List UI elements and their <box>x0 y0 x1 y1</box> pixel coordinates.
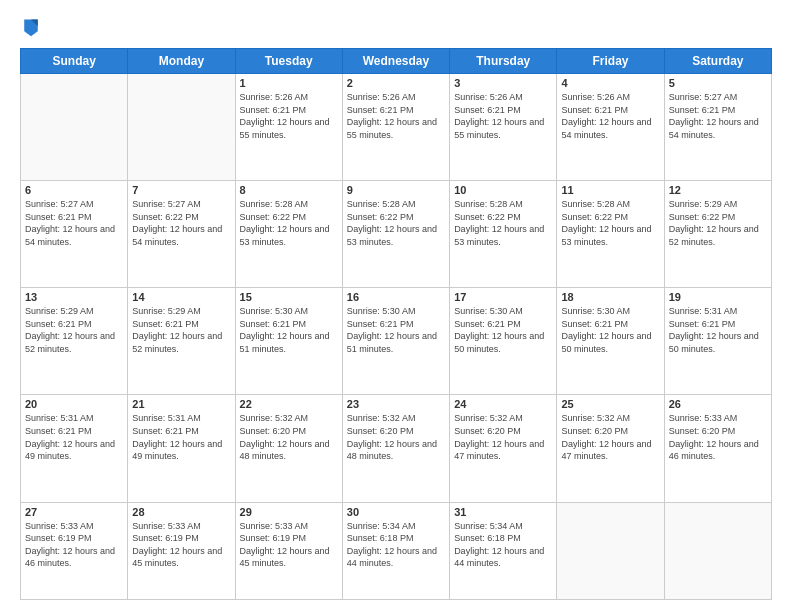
calendar-cell: 4Sunrise: 5:26 AM Sunset: 6:21 PM Daylig… <box>557 74 664 181</box>
day-info: Sunrise: 5:26 AM Sunset: 6:21 PM Dayligh… <box>454 91 552 141</box>
calendar-week-row: 13Sunrise: 5:29 AM Sunset: 6:21 PM Dayli… <box>21 288 772 395</box>
day-info: Sunrise: 5:33 AM Sunset: 6:19 PM Dayligh… <box>25 520 123 570</box>
day-number: 31 <box>454 506 552 518</box>
day-number: 4 <box>561 77 659 89</box>
calendar-cell: 7Sunrise: 5:27 AM Sunset: 6:22 PM Daylig… <box>128 181 235 288</box>
day-info: Sunrise: 5:32 AM Sunset: 6:20 PM Dayligh… <box>347 412 445 462</box>
calendar-cell: 30Sunrise: 5:34 AM Sunset: 6:18 PM Dayli… <box>342 502 449 599</box>
day-number: 21 <box>132 398 230 410</box>
calendar-cell: 6Sunrise: 5:27 AM Sunset: 6:21 PM Daylig… <box>21 181 128 288</box>
day-info: Sunrise: 5:28 AM Sunset: 6:22 PM Dayligh… <box>240 198 338 248</box>
day-info: Sunrise: 5:30 AM Sunset: 6:21 PM Dayligh… <box>561 305 659 355</box>
day-info: Sunrise: 5:32 AM Sunset: 6:20 PM Dayligh… <box>240 412 338 462</box>
day-info: Sunrise: 5:26 AM Sunset: 6:21 PM Dayligh… <box>240 91 338 141</box>
day-number: 14 <box>132 291 230 303</box>
day-info: Sunrise: 5:30 AM Sunset: 6:21 PM Dayligh… <box>240 305 338 355</box>
day-number: 19 <box>669 291 767 303</box>
day-number: 22 <box>240 398 338 410</box>
calendar-cell: 26Sunrise: 5:33 AM Sunset: 6:20 PM Dayli… <box>664 395 771 502</box>
calendar-cell <box>21 74 128 181</box>
day-number: 15 <box>240 291 338 303</box>
weekday-header-monday: Monday <box>128 49 235 74</box>
calendar-cell: 10Sunrise: 5:28 AM Sunset: 6:22 PM Dayli… <box>450 181 557 288</box>
day-info: Sunrise: 5:27 AM Sunset: 6:21 PM Dayligh… <box>25 198 123 248</box>
day-info: Sunrise: 5:29 AM Sunset: 6:21 PM Dayligh… <box>25 305 123 355</box>
day-info: Sunrise: 5:31 AM Sunset: 6:21 PM Dayligh… <box>669 305 767 355</box>
header <box>20 16 772 38</box>
calendar-week-row: 6Sunrise: 5:27 AM Sunset: 6:21 PM Daylig… <box>21 181 772 288</box>
day-number: 1 <box>240 77 338 89</box>
weekday-header-thursday: Thursday <box>450 49 557 74</box>
day-number: 30 <box>347 506 445 518</box>
calendar-cell: 11Sunrise: 5:28 AM Sunset: 6:22 PM Dayli… <box>557 181 664 288</box>
calendar-cell: 23Sunrise: 5:32 AM Sunset: 6:20 PM Dayli… <box>342 395 449 502</box>
calendar-cell: 9Sunrise: 5:28 AM Sunset: 6:22 PM Daylig… <box>342 181 449 288</box>
day-info: Sunrise: 5:28 AM Sunset: 6:22 PM Dayligh… <box>454 198 552 248</box>
day-number: 2 <box>347 77 445 89</box>
day-number: 11 <box>561 184 659 196</box>
calendar-cell: 22Sunrise: 5:32 AM Sunset: 6:20 PM Dayli… <box>235 395 342 502</box>
day-info: Sunrise: 5:34 AM Sunset: 6:18 PM Dayligh… <box>454 520 552 570</box>
day-number: 29 <box>240 506 338 518</box>
calendar-cell: 25Sunrise: 5:32 AM Sunset: 6:20 PM Dayli… <box>557 395 664 502</box>
calendar-cell: 2Sunrise: 5:26 AM Sunset: 6:21 PM Daylig… <box>342 74 449 181</box>
day-number: 18 <box>561 291 659 303</box>
day-number: 17 <box>454 291 552 303</box>
calendar-cell: 13Sunrise: 5:29 AM Sunset: 6:21 PM Dayli… <box>21 288 128 395</box>
calendar-cell: 20Sunrise: 5:31 AM Sunset: 6:21 PM Dayli… <box>21 395 128 502</box>
day-info: Sunrise: 5:27 AM Sunset: 6:22 PM Dayligh… <box>132 198 230 248</box>
day-info: Sunrise: 5:33 AM Sunset: 6:20 PM Dayligh… <box>669 412 767 462</box>
day-info: Sunrise: 5:31 AM Sunset: 6:21 PM Dayligh… <box>132 412 230 462</box>
calendar-cell: 14Sunrise: 5:29 AM Sunset: 6:21 PM Dayli… <box>128 288 235 395</box>
calendar-cell: 3Sunrise: 5:26 AM Sunset: 6:21 PM Daylig… <box>450 74 557 181</box>
calendar-cell: 28Sunrise: 5:33 AM Sunset: 6:19 PM Dayli… <box>128 502 235 599</box>
day-info: Sunrise: 5:30 AM Sunset: 6:21 PM Dayligh… <box>347 305 445 355</box>
day-info: Sunrise: 5:28 AM Sunset: 6:22 PM Dayligh… <box>561 198 659 248</box>
weekday-header-wednesday: Wednesday <box>342 49 449 74</box>
day-number: 25 <box>561 398 659 410</box>
day-number: 10 <box>454 184 552 196</box>
day-number: 9 <box>347 184 445 196</box>
calendar-cell: 29Sunrise: 5:33 AM Sunset: 6:19 PM Dayli… <box>235 502 342 599</box>
calendar-cell: 8Sunrise: 5:28 AM Sunset: 6:22 PM Daylig… <box>235 181 342 288</box>
calendar-cell: 24Sunrise: 5:32 AM Sunset: 6:20 PM Dayli… <box>450 395 557 502</box>
calendar-week-row: 20Sunrise: 5:31 AM Sunset: 6:21 PM Dayli… <box>21 395 772 502</box>
calendar-cell: 19Sunrise: 5:31 AM Sunset: 6:21 PM Dayli… <box>664 288 771 395</box>
day-info: Sunrise: 5:33 AM Sunset: 6:19 PM Dayligh… <box>132 520 230 570</box>
day-number: 12 <box>669 184 767 196</box>
day-number: 3 <box>454 77 552 89</box>
weekday-header-sunday: Sunday <box>21 49 128 74</box>
day-number: 13 <box>25 291 123 303</box>
day-number: 24 <box>454 398 552 410</box>
day-info: Sunrise: 5:26 AM Sunset: 6:21 PM Dayligh… <box>561 91 659 141</box>
calendar-cell: 31Sunrise: 5:34 AM Sunset: 6:18 PM Dayli… <box>450 502 557 599</box>
day-info: Sunrise: 5:32 AM Sunset: 6:20 PM Dayligh… <box>454 412 552 462</box>
day-info: Sunrise: 5:30 AM Sunset: 6:21 PM Dayligh… <box>454 305 552 355</box>
day-info: Sunrise: 5:32 AM Sunset: 6:20 PM Dayligh… <box>561 412 659 462</box>
calendar-cell: 15Sunrise: 5:30 AM Sunset: 6:21 PM Dayli… <box>235 288 342 395</box>
day-number: 28 <box>132 506 230 518</box>
calendar-cell: 1Sunrise: 5:26 AM Sunset: 6:21 PM Daylig… <box>235 74 342 181</box>
day-info: Sunrise: 5:34 AM Sunset: 6:18 PM Dayligh… <box>347 520 445 570</box>
day-number: 23 <box>347 398 445 410</box>
calendar-cell: 17Sunrise: 5:30 AM Sunset: 6:21 PM Dayli… <box>450 288 557 395</box>
day-number: 8 <box>240 184 338 196</box>
day-number: 20 <box>25 398 123 410</box>
day-number: 26 <box>669 398 767 410</box>
calendar-week-row: 27Sunrise: 5:33 AM Sunset: 6:19 PM Dayli… <box>21 502 772 599</box>
calendar-cell: 27Sunrise: 5:33 AM Sunset: 6:19 PM Dayli… <box>21 502 128 599</box>
calendar-week-row: 1Sunrise: 5:26 AM Sunset: 6:21 PM Daylig… <box>21 74 772 181</box>
weekday-header-friday: Friday <box>557 49 664 74</box>
day-number: 5 <box>669 77 767 89</box>
day-info: Sunrise: 5:28 AM Sunset: 6:22 PM Dayligh… <box>347 198 445 248</box>
day-info: Sunrise: 5:29 AM Sunset: 6:21 PM Dayligh… <box>132 305 230 355</box>
logo <box>20 16 44 38</box>
calendar-table: SundayMondayTuesdayWednesdayThursdayFrid… <box>20 48 772 600</box>
calendar-cell: 18Sunrise: 5:30 AM Sunset: 6:21 PM Dayli… <box>557 288 664 395</box>
day-number: 7 <box>132 184 230 196</box>
day-number: 27 <box>25 506 123 518</box>
calendar-cell: 21Sunrise: 5:31 AM Sunset: 6:21 PM Dayli… <box>128 395 235 502</box>
day-number: 6 <box>25 184 123 196</box>
day-number: 16 <box>347 291 445 303</box>
day-info: Sunrise: 5:27 AM Sunset: 6:21 PM Dayligh… <box>669 91 767 141</box>
